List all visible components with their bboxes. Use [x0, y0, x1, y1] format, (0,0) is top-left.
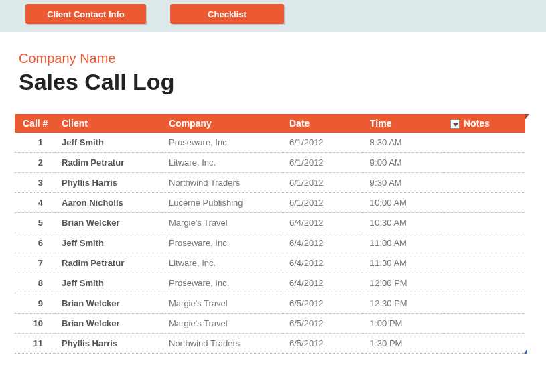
col-header-time[interactable]: Time — [363, 114, 443, 133]
cell-call: 4 — [15, 193, 55, 213]
cell-date: 6/5/2012 — [283, 334, 363, 354]
cell-company: Margie's Travel — [162, 213, 283, 233]
table-row[interactable]: 10Brian WelckerMargie's Travel6/5/20121:… — [15, 314, 525, 334]
cell-time: 10:00 AM — [363, 193, 443, 213]
client-contact-info-button[interactable]: Client Contact Info — [25, 4, 146, 24]
cell-company: Margie's Travel — [162, 314, 283, 334]
cell-call: 10 — [15, 314, 55, 334]
cell-notes — [443, 253, 525, 273]
cell-date: 6/4/2012 — [283, 233, 363, 253]
cell-notes — [443, 334, 525, 354]
cell-call: 1 — [15, 133, 55, 153]
filter-dropdown-icon[interactable] — [450, 119, 460, 129]
table-row[interactable]: 6Jeff SmithProseware, Inc.6/4/201211:00 … — [15, 233, 525, 253]
cell-call: 3 — [15, 173, 55, 193]
cell-company: Northwind Traders — [162, 173, 283, 193]
cell-date: 6/5/2012 — [283, 314, 363, 334]
cell-time: 11:30 AM — [363, 253, 443, 273]
cell-company: Proseware, Inc. — [162, 233, 283, 253]
table-row[interactable]: 7Radim PetraturLitware, Inc.6/4/201211:3… — [15, 253, 525, 273]
cell-notes — [443, 173, 525, 193]
cell-client: Phyllis Harris — [55, 173, 162, 193]
cell-date: 6/1/2012 — [283, 153, 363, 173]
cell-time: 1:30 PM — [363, 334, 443, 354]
col-header-date[interactable]: Date — [283, 114, 363, 133]
cell-notes — [443, 273, 525, 293]
col-header-notes[interactable]: Notes — [443, 114, 525, 133]
cell-time: 12:00 PM — [363, 273, 443, 293]
cell-client: Jeff Smith — [55, 273, 162, 293]
cell-call: 11 — [15, 334, 55, 354]
table-row[interactable]: 9Brian WelckerMargie's Travel6/5/201212:… — [15, 293, 525, 314]
cell-notes — [443, 133, 525, 153]
cell-client: Jeff Smith — [55, 233, 162, 253]
heading-area: Company Name Sales Call Log — [0, 32, 546, 107]
table-row[interactable]: 1Jeff SmithProseware, Inc.6/1/20128:30 A… — [15, 133, 525, 153]
cell-notes — [443, 293, 525, 314]
col-header-notes-label: Notes — [464, 118, 490, 129]
cell-time: 9:00 AM — [363, 153, 443, 173]
table-row[interactable]: 8Jeff SmithProseware, Inc.6/4/201212:00 … — [15, 273, 525, 293]
cell-company: Litware, Inc. — [162, 253, 283, 273]
table-body: 1Jeff SmithProseware, Inc.6/1/20128:30 A… — [15, 133, 525, 354]
cell-date: 6/1/2012 — [283, 193, 363, 213]
cell-company: Northwind Traders — [162, 334, 283, 354]
cell-call: 5 — [15, 213, 55, 233]
page-title: Sales Call Log — [19, 69, 546, 95]
cell-client: Brian Welcker — [55, 314, 162, 334]
cell-client: Aaron Nicholls — [55, 193, 162, 213]
cell-date: 6/4/2012 — [283, 273, 363, 293]
cell-notes — [443, 193, 525, 213]
top-banner: Client Contact Info Checklist — [0, 0, 546, 32]
cell-client: Jeff Smith — [55, 133, 162, 153]
table-header-row: Call # Client Company Date Time Notes — [15, 114, 525, 133]
company-name-label: Company Name — [19, 51, 546, 66]
cell-date: 6/4/2012 — [283, 253, 363, 273]
cell-time: 8:30 AM — [363, 133, 443, 153]
cell-time: 12:30 PM — [363, 293, 443, 314]
cell-call: 2 — [15, 153, 55, 173]
cell-notes — [443, 213, 525, 233]
table-row[interactable]: 4Aaron NichollsLucerne Publishing6/1/201… — [15, 193, 525, 213]
cell-client: Brian Welcker — [55, 293, 162, 314]
corner-marker — [524, 350, 527, 354]
cell-company: Litware, Inc. — [162, 153, 283, 173]
cell-notes — [443, 153, 525, 173]
table-row[interactable]: 5Brian WelckerMargie's Travel6/4/201210:… — [15, 213, 525, 233]
cell-client: Radim Petratur — [55, 153, 162, 173]
cell-notes — [443, 233, 525, 253]
call-log-table: Call # Client Company Date Time Notes 1J… — [15, 114, 525, 354]
cell-notes — [443, 314, 525, 334]
cell-client: Phyllis Harris — [55, 334, 162, 354]
cell-date: 6/1/2012 — [283, 133, 363, 153]
cell-date: 6/4/2012 — [283, 213, 363, 233]
cell-client: Brian Welcker — [55, 213, 162, 233]
col-header-company[interactable]: Company — [162, 114, 283, 133]
cell-date: 6/1/2012 — [283, 173, 363, 193]
cell-client: Radim Petratur — [55, 253, 162, 273]
cell-company: Margie's Travel — [162, 293, 283, 314]
cell-call: 6 — [15, 233, 55, 253]
cell-company: Proseware, Inc. — [162, 133, 283, 153]
table-row[interactable]: 11Phyllis HarrisNorthwind Traders6/5/201… — [15, 334, 525, 354]
cell-call: 7 — [15, 253, 55, 273]
cell-time: 1:00 PM — [363, 314, 443, 334]
cell-call: 8 — [15, 273, 55, 293]
cell-time: 9:30 AM — [363, 173, 443, 193]
col-header-call[interactable]: Call # — [15, 114, 55, 133]
table-row[interactable]: 2Radim PetraturLitware, Inc.6/1/20129:00… — [15, 153, 525, 173]
table-row[interactable]: 3Phyllis HarrisNorthwind Traders6/1/2012… — [15, 173, 525, 193]
cell-call: 9 — [15, 293, 55, 314]
cell-time: 10:30 AM — [363, 213, 443, 233]
cell-company: Proseware, Inc. — [162, 273, 283, 293]
col-header-client[interactable]: Client — [55, 114, 162, 133]
cell-company: Lucerne Publishing — [162, 193, 283, 213]
cell-time: 11:00 AM — [363, 233, 443, 253]
cell-date: 6/5/2012 — [283, 293, 363, 314]
call-log-table-wrap: Call # Client Company Date Time Notes 1J… — [15, 114, 525, 354]
checklist-button[interactable]: Checklist — [170, 4, 284, 24]
